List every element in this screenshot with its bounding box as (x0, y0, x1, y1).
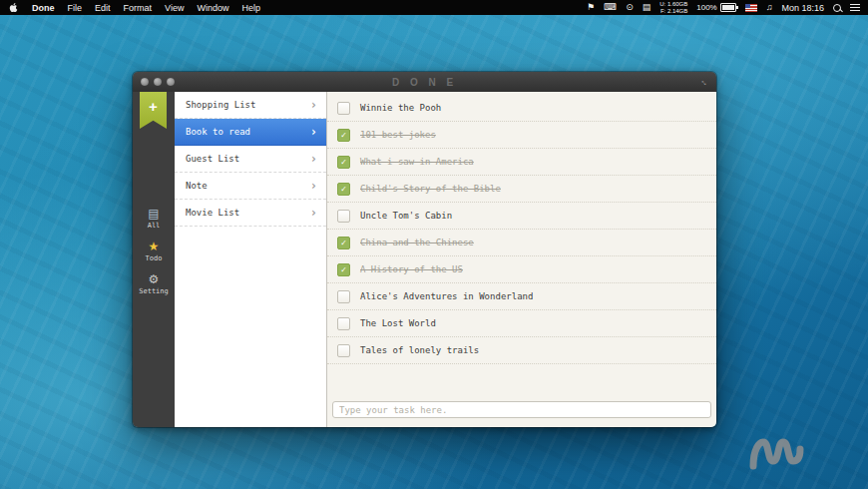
check-icon: ✓ (341, 185, 346, 194)
list-item-label: Shopping List (186, 100, 255, 110)
sidebar-items: ▤ All ★ Todo ⚙ Setting (133, 208, 175, 295)
fullscreen-icon[interactable]: ↔ (698, 75, 711, 88)
menu-item[interactable]: Format (124, 3, 153, 13)
status-lock-icon[interactable]: ⊙ (626, 3, 634, 12)
menu-item[interactable]: Edit (95, 3, 111, 13)
traffic-lights (141, 72, 175, 92)
volume-icon[interactable]: ♫ (766, 3, 773, 12)
close-button[interactable] (141, 78, 149, 86)
battery-indicator[interactable]: 100% (696, 3, 735, 12)
sidebar-item[interactable]: ★ Todo (146, 241, 163, 262)
list-item[interactable]: Note › (175, 173, 326, 200)
task-checkbox[interactable]: ✓ (337, 317, 350, 330)
apple-menu-icon[interactable] (8, 2, 19, 13)
task-label: 101 best jokes (360, 130, 436, 140)
sidebar-item-icon: ▤ (148, 208, 159, 221)
spotlight-search-icon[interactable] (833, 4, 841, 12)
sidebar-item[interactable]: ⚙ Setting (139, 273, 169, 295)
menu-item[interactable]: View (165, 3, 184, 13)
check-icon: ✓ (341, 265, 346, 274)
list-item-label: Guest List (186, 154, 239, 164)
check-icon: ✓ (341, 131, 346, 140)
chevron-right-icon: › (310, 99, 317, 111)
task-label: China and the Chinese (360, 238, 474, 247)
list-item-label: Movie List (186, 208, 239, 218)
task-checkbox[interactable]: ✓ (337, 210, 350, 223)
zoom-button[interactable] (167, 78, 175, 86)
sidebar-item-label: All (148, 222, 161, 230)
chevron-right-icon: › (310, 126, 317, 138)
menu-item[interactable]: Window (197, 3, 228, 13)
menu-item[interactable]: File (68, 3, 83, 13)
task-checkbox[interactable]: ✓ (337, 102, 350, 115)
task-row: ✓ Winnie the Pooh (327, 95, 716, 122)
task-label: What i saw in America (360, 157, 474, 167)
task-label: Winnie the Pooh (360, 103, 441, 113)
sidebar-item-label: Todo (146, 254, 163, 262)
task-label: A History of the US (360, 264, 463, 274)
task-row: ✓ 101 best jokes (327, 122, 716, 149)
memory-stats[interactable]: U: 1.60GB F: 2.14GB (659, 1, 687, 14)
task-checkbox[interactable]: ✓ (337, 156, 350, 169)
task-label: Uncle Tom's Cabin (360, 211, 452, 221)
desktop-background: Done FileEditFormatViewWindowHelp ⚑ ⌨ ⊙ … (0, 0, 868, 489)
battery-icon (720, 3, 736, 12)
check-icon: ✓ (341, 158, 346, 167)
task-label: Tales of lonely trails (360, 345, 479, 355)
lists-column: Shopping List › Book to read › Guest Lis… (175, 92, 327, 427)
check-icon: ✓ (341, 239, 346, 247)
new-task-inputbar (327, 394, 716, 427)
task-checkbox[interactable]: ✓ (337, 344, 350, 357)
chevron-right-icon: › (310, 180, 317, 192)
plus-icon: + (149, 98, 158, 115)
window-titlebar[interactable]: D O N E ↔ (133, 72, 716, 92)
menu-bar-menus: FileEditFormatViewWindowHelp (68, 3, 260, 13)
done-app-window: D O N E ↔ + ▤ All ★ Todo (133, 72, 716, 427)
window-content: + ▤ All ★ Todo (133, 92, 716, 427)
task-row: ✓ A History of the US (327, 256, 716, 283)
task-row: ✓ Tales of lonely trails (327, 337, 716, 364)
task-checkbox[interactable]: ✓ (337, 263, 350, 276)
task-checkbox[interactable]: ✓ (337, 183, 350, 196)
task-checkbox[interactable]: ✓ (337, 237, 350, 249)
sidebar-item-icon: ★ (149, 241, 160, 253)
status-drive-icon[interactable]: ▤ (643, 3, 651, 12)
menu-item[interactable]: Help (241, 3, 260, 13)
task-row: ✓ What i saw in America (327, 149, 716, 176)
task-row: ✓ Child's Story of the Bible (327, 176, 716, 203)
list-item[interactable]: Book to read › (175, 119, 326, 146)
task-list: ✓ Winnie the Pooh ✓ 101 best jokes ✓ Wha… (327, 92, 716, 394)
status-flag-icon[interactable]: ⚑ (587, 3, 595, 12)
tasks-panel: ✓ Winnie the Pooh ✓ 101 best jokes ✓ Wha… (327, 92, 716, 427)
new-task-input[interactable] (332, 401, 711, 418)
sidebar-item-icon: ⚙ (149, 273, 160, 286)
task-label: Child's Story of the Bible (360, 184, 501, 194)
app-menu-title[interactable]: Done (32, 3, 55, 13)
add-list-button[interactable]: + (140, 92, 167, 129)
task-row: ✓ Uncle Tom's Cabin (327, 203, 716, 230)
task-row: ✓ Alice's Adventures in Wonderland (327, 283, 716, 310)
menu-bar-clock[interactable]: Mon 18:16 (781, 3, 824, 13)
chevron-right-icon: › (310, 153, 317, 165)
notification-center-icon[interactable] (850, 4, 860, 11)
status-keyboard-icon[interactable]: ⌨ (604, 3, 617, 12)
task-row: ✓ China and the Chinese (327, 230, 716, 256)
minimize-button[interactable] (154, 78, 162, 86)
sidebar-item[interactable]: ▤ All (148, 208, 161, 230)
task-label: Alice's Adventures in Wonderland (360, 291, 533, 301)
sidebar-item-label: Setting (139, 287, 169, 295)
keyboard-layout-flag-icon[interactable] (745, 4, 757, 12)
window-title: D O N E (392, 77, 457, 88)
task-row: ✓ The Lost World (327, 310, 716, 337)
chevron-right-icon: › (310, 207, 317, 219)
list-item[interactable]: Movie List › (175, 200, 326, 227)
list-item[interactable]: Guest List › (175, 146, 326, 173)
app-sidebar: + ▤ All ★ Todo (133, 92, 175, 427)
macupdate-watermark-logo (748, 431, 810, 477)
task-checkbox[interactable]: ✓ (337, 129, 350, 142)
list-item[interactable]: Shopping List › (175, 92, 326, 119)
list-item-label: Note (186, 181, 208, 191)
task-label: The Lost World (360, 318, 436, 328)
task-checkbox[interactable]: ✓ (337, 290, 350, 303)
list-item-label: Book to read (186, 127, 250, 137)
